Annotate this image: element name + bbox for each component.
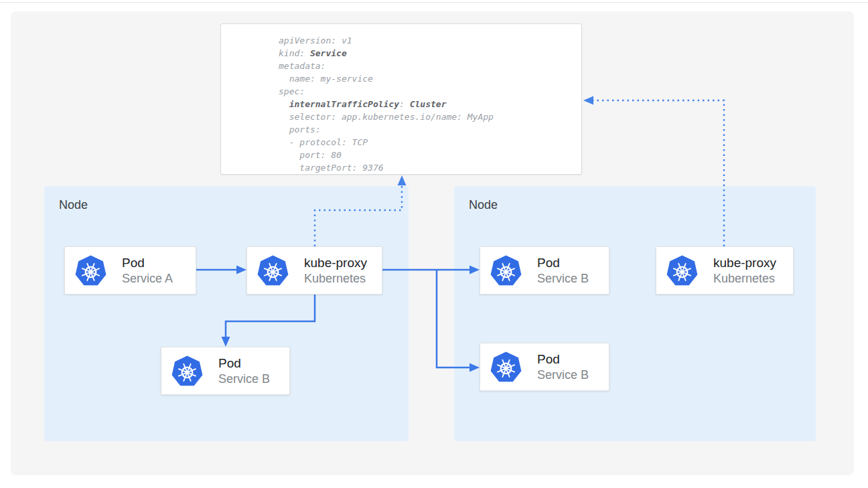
card-subtitle: Service B	[537, 367, 589, 383]
node-left-label: Node	[59, 198, 88, 212]
card-kube-proxy-left: kube-proxy Kubernetes	[246, 246, 382, 295]
card-pod-service-b-right-bottom: Pod Service B	[480, 343, 609, 391]
top-divider	[0, 2, 868, 3]
card-title: Pod	[537, 351, 589, 367]
card-title: kube-proxy	[304, 255, 367, 270]
service-yaml-panel: apiVersion: v1kind: Servicemetadata: nam…	[220, 23, 582, 175]
card-title: kube-proxy	[713, 255, 776, 270]
kubernetes-icon	[490, 254, 522, 287]
card-kube-proxy-right: kube-proxy Kubernetes	[656, 246, 794, 295]
node-right-label: Node	[469, 198, 498, 212]
kubernetes-icon	[666, 254, 698, 287]
card-title: Pod	[537, 255, 589, 270]
kubernetes-icon	[75, 254, 106, 287]
card-subtitle: Kubernetes	[304, 270, 367, 287]
card-pod-service-a: Pod Service A	[64, 246, 196, 295]
card-title: Pod	[218, 355, 270, 371]
node-right: Node	[454, 186, 816, 441]
card-subtitle: Service B	[218, 371, 270, 387]
yaml-code: apiVersion: v1kind: Servicemetadata: nam…	[279, 34, 575, 174]
card-subtitle: Service A	[122, 270, 173, 287]
kubernetes-icon	[490, 351, 522, 384]
kubernetes-icon	[171, 355, 203, 388]
card-subtitle: Kubernetes	[713, 270, 776, 287]
node-left: Node	[44, 186, 409, 441]
kubernetes-service-diagram: apiVersion: v1kind: Servicemetadata: nam…	[0, 0, 868, 488]
card-pod-service-b-right-top: Pod Service B	[480, 246, 609, 295]
card-title: Pod	[122, 255, 173, 270]
kubernetes-icon	[257, 254, 289, 287]
card-pod-service-b-left: Pod Service B	[161, 347, 290, 395]
card-subtitle: Service B	[537, 270, 589, 287]
